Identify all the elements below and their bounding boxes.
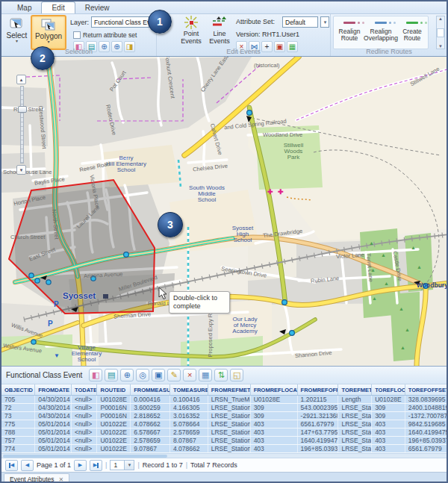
- first-page-button[interactable]: ◀: [5, 460, 18, 471]
- zoom-to-record-icon[interactable]: ⊕: [120, 369, 134, 381]
- create-route-button[interactable]: Create Route: [396, 16, 428, 49]
- table-cell: 1640.4199475: [297, 437, 338, 445]
- table-row[interactable]: 78805/01/2014<null>U01022E6.5786672.5786…: [1, 429, 448, 437]
- table-cell: U01028E: [250, 396, 297, 404]
- page-number-combo[interactable]: 1 ▼: [110, 460, 134, 470]
- attribute-set-combo-arrow[interactable]: ▾: [320, 16, 329, 28]
- edit-attributes-icon[interactable]: ✎: [167, 369, 181, 381]
- table-row[interactable]: 70504/30/2014<null>U01028E0.0004160.1004…: [1, 396, 448, 404]
- table-options-icon[interactable]: ▦: [199, 369, 212, 381]
- delete-record-icon[interactable]: ×: [183, 369, 196, 381]
- export-icon[interactable]: ◱: [230, 369, 243, 381]
- pan-to-record-icon[interactable]: ◎: [136, 369, 149, 381]
- pager-separator: |: [137, 461, 139, 469]
- redline-scrollbar[interactable]: ▲ ▼: [436, 16, 445, 49]
- column-header-frommeasure[interactable]: FROMMEASURE: [131, 384, 170, 396]
- pager-separator: |: [186, 461, 187, 469]
- create-route-icon: [406, 22, 418, 24]
- pager-separator: |: [105, 461, 107, 469]
- tab-event-attributes[interactable]: Event Attributes ✕: [4, 473, 69, 483]
- callout-badge-2: 2: [31, 46, 55, 70]
- line-events-button[interactable]: Line Events: [206, 15, 233, 45]
- callout-badge-1: 1: [148, 10, 172, 34]
- last-page-button[interactable]: ▶: [90, 460, 102, 471]
- polygon-tool-button[interactable]: Polygon ▾: [31, 15, 66, 50]
- table-cell: 9842.519685: [405, 420, 448, 429]
- table-row[interactable]: 7204/30/2014<null>P00016N3.6002594.16630…: [1, 404, 448, 412]
- table-cell: 403: [250, 429, 297, 437]
- save-icon[interactable]: ▣: [152, 369, 165, 381]
- table-cell: 328.0839695: [405, 396, 448, 404]
- clear-selection-icon[interactable]: ◧: [89, 369, 102, 381]
- layer-label: Layer:: [70, 19, 89, 26]
- column-header-torefoffset[interactable]: TOREFOFFSET: [405, 384, 448, 396]
- polygon-dropdown-carat[interactable]: ▾: [47, 40, 49, 43]
- page-combo-arrow-icon[interactable]: ▼: [125, 460, 134, 470]
- grid-horizontal-scrollbar[interactable]: [1, 453, 448, 458]
- ribbon-tab-map[interactable]: Map: [7, 2, 41, 13]
- selection-group: Select ▾ Polygon ▾ Layer: Functional Cla…: [1, 14, 157, 56]
- table-cell: 0.100416: [169, 396, 208, 404]
- column-header-fromrefmethod[interactable]: FROMREFMETHOD: [208, 384, 250, 396]
- ribbon-tab-strip: MapEditReview: [1, 1, 447, 14]
- attribute-set-combobox[interactable]: Default: [282, 16, 318, 28]
- scrollbar-thumb[interactable]: [3, 455, 167, 458]
- redline-routes-group: Realign RouteRealign OverlappingCreate R…: [331, 14, 447, 56]
- scroll-thumb[interactable]: [437, 28, 444, 37]
- column-header-torefmethod[interactable]: TOREFMETHOD: [338, 384, 372, 396]
- column-header-fromreflocation[interactable]: FROMREFLOCATION: [250, 384, 297, 396]
- map-canvas[interactable]: ▲▲▲ ▲▲▲ ▲▲▲ ▲ (historical)and Cold Sprin…: [1, 57, 448, 366]
- ribbon-tab-review[interactable]: Review: [75, 2, 119, 13]
- table-cell: U01028E: [372, 396, 405, 404]
- table-cell: 309: [250, 404, 297, 412]
- table-row[interactable]: 7304/30/2014<null>P00016N2.8186523.01635…: [1, 412, 448, 420]
- table-cell: 403: [372, 420, 405, 429]
- column-header-objectid[interactable]: OBJECTID: [1, 384, 35, 396]
- table-cell: 705: [1, 396, 35, 404]
- table-row[interactable]: 77505/01/2014<null>U01022E4.0786625.0786…: [1, 420, 448, 429]
- table-row[interactable]: 77405/01/2014<null>U01022E9.078674.07866…: [1, 445, 448, 453]
- table-cell: 403: [250, 420, 297, 429]
- return-attribute-set-checkbox[interactable]: [73, 31, 81, 39]
- svg-text:▲: ▲: [399, 306, 404, 311]
- map-zoom-slider[interactable]: ▲ ▼: [16, 75, 28, 178]
- show-selected-icon[interactable]: ▤: [105, 369, 118, 381]
- redline-button-label: Realign Route: [334, 28, 365, 42]
- svg-text:▲: ▲: [369, 240, 374, 246]
- realign-overlapping-button[interactable]: Realign Overlapping: [365, 16, 396, 49]
- map-drawing: ▲▲▲ ▲▲▲ ▲▲▲ ▲: [1, 57, 448, 366]
- mouse-cursor-icon: [158, 287, 168, 300]
- table-row[interactable]: 75705/01/2014<null>U01022E2.5786598.0786…: [1, 437, 448, 445]
- table-cell: 403: [372, 429, 405, 437]
- zoom-in-icon[interactable]: ▲: [16, 75, 26, 84]
- sort-icon[interactable]: ⇅: [214, 369, 228, 381]
- column-header-fromrefoffset[interactable]: FROMREFOFFSET: [297, 384, 338, 396]
- column-header-tomeasure[interactable]: TOMEASURE: [169, 384, 208, 396]
- redline-button-label: Realign Overlapping: [364, 28, 398, 42]
- column-header-todate[interactable]: TODATE: [71, 384, 97, 396]
- table-cell: 3.600259: [131, 404, 170, 412]
- table-cell: 788: [1, 429, 35, 437]
- svg-text:▲: ▲: [400, 345, 405, 350]
- zoom-out-icon[interactable]: ▼: [16, 165, 26, 175]
- select-dropdown-carat[interactable]: ▾: [16, 40, 18, 43]
- close-tab-icon[interactable]: ✕: [59, 476, 64, 483]
- table-cell: <null>: [71, 420, 97, 429]
- table-cell: <null>: [71, 404, 97, 412]
- select-tool-button[interactable]: Select ▾: [4, 15, 29, 43]
- select-tool-icon: [9, 17, 25, 31]
- table-cell: 05/01/2014: [35, 437, 72, 445]
- table-cell: <null>: [71, 445, 97, 453]
- panel-title: Functional Class Event: [6, 371, 82, 379]
- prev-page-button[interactable]: ◀: [21, 460, 34, 471]
- zoom-track[interactable]: [20, 86, 24, 163]
- ribbon-tab-edit[interactable]: Edit: [41, 1, 75, 13]
- column-header-routeid[interactable]: ROUTEID: [97, 384, 131, 396]
- scroll-up-icon[interactable]: ▲: [438, 16, 443, 21]
- next-page-button[interactable]: ▶: [74, 460, 87, 471]
- point-events-button[interactable]: Point Events: [178, 15, 205, 45]
- column-header-toreflocation[interactable]: TOREFLOCATION: [372, 384, 405, 396]
- zoom-handle[interactable]: [18, 106, 27, 113]
- realign-route-button[interactable]: Realign Route: [334, 16, 365, 49]
- column-header-fromdate[interactable]: FROMDATE: [35, 384, 72, 396]
